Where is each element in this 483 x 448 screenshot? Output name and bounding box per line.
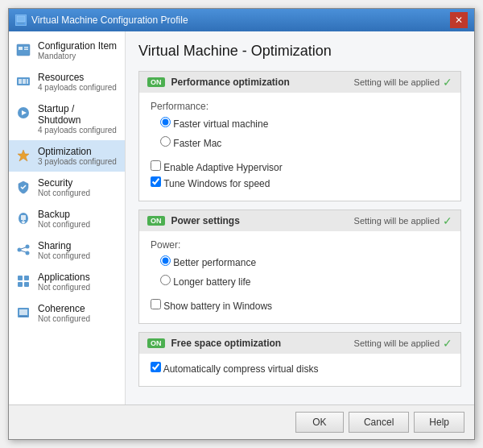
svg-line-19	[21, 251, 26, 252]
sidebar-label-resources: Resources	[38, 72, 117, 83]
radio-input-performance-optimization-1[interactable]	[160, 136, 171, 147]
window-icon	[15, 15, 27, 26]
checkbox-item-performance-optimization-1[interactable]: Tune Windows for speed	[151, 176, 449, 189]
sidebar-item-security[interactable]: Security Not configured	[9, 172, 125, 203]
footer: OK Cancel Help	[9, 404, 474, 439]
sidebar-item-applications[interactable]: Applications Not configured	[9, 266, 125, 297]
sidebar-sublabel-applications: Not configured	[38, 283, 90, 292]
titlebar-left: Virtual Machine Configuration Profile	[15, 15, 188, 26]
check-icon-free-space-optimization: ✓	[443, 337, 452, 350]
sidebar-label-security: Security	[38, 177, 90, 189]
sidebar-icon-resources	[15, 73, 31, 89]
sidebar-text-configuration-item: Configuration Item Mandatory	[38, 40, 117, 60]
sidebar-icon-startup-shutdown	[15, 105, 31, 121]
sidebar-text-applications: Applications Not configured	[38, 272, 90, 292]
checkbox-item-power-settings-0[interactable]: Show battery in Windows	[151, 299, 449, 312]
checkbox-label-performance-optimization-1: Tune Windows for speed	[163, 178, 270, 189]
radio-item-performance-optimization-1[interactable]: Faster Mac	[160, 136, 449, 149]
sidebar-sublabel-configuration-item: Mandatory	[38, 52, 117, 60]
sidebar-sublabel-sharing: Not configured	[38, 251, 90, 260]
sidebar-item-resources[interactable]: Resources 4 payloads configured	[9, 66, 125, 97]
section-title-performance-optimization: Performance optimization	[171, 77, 348, 88]
svg-rect-20	[18, 276, 23, 280]
svg-point-17	[26, 251, 30, 255]
svg-rect-23	[24, 282, 29, 287]
svg-rect-26	[19, 316, 27, 317]
sidebar-label-applications: Applications	[38, 272, 90, 283]
checkbox-input-power-settings-0[interactable]	[151, 299, 161, 309]
sidebar-item-backup[interactable]: Backup Not configured	[9, 203, 125, 234]
sidebar-icon-coherence	[15, 305, 31, 321]
on-badge-power-settings: ON	[147, 216, 165, 226]
sidebar-text-coherence: Coherence Not configured	[38, 303, 90, 323]
sidebar-icon-security	[15, 179, 31, 195]
cancel-button[interactable]: Cancel	[349, 412, 409, 433]
sidebar-item-startup-shutdown[interactable]: Startup / Shutdown 4 payloads configured	[9, 97, 125, 140]
radio-label-performance-optimization-1: Faster Mac	[173, 138, 221, 149]
sidebar-label-startup-shutdown: Startup / Shutdown	[38, 103, 118, 126]
checkbox-input-performance-optimization-1[interactable]	[151, 176, 161, 187]
sidebar-icon-sharing	[15, 242, 31, 258]
ok-button[interactable]: OK	[295, 412, 344, 433]
svg-rect-7	[19, 79, 22, 84]
content-area: Virtual Machine - Optimization ON Perfor…	[126, 31, 474, 404]
radio-item-power-settings-1[interactable]: Longer battery life	[160, 275, 449, 288]
sidebar-text-backup: Backup Not configured	[38, 209, 90, 229]
sidebar-item-coherence[interactable]: Coherence Not configured	[9, 297, 125, 329]
sidebar: Configuration Item Mandatory Resources 4…	[9, 31, 126, 404]
help-button[interactable]: Help	[414, 412, 464, 433]
sidebar-label-backup: Backup	[38, 209, 90, 220]
sidebar-sublabel-startup-shutdown: 4 payloads configured	[38, 126, 118, 135]
svg-rect-22	[18, 282, 23, 287]
svg-rect-5	[24, 49, 28, 51]
sidebar-text-security: Security Not configured	[38, 177, 90, 197]
section-header-power-settings: ON Power settings Setting will be applie…	[139, 210, 460, 231]
checkbox-item-free-space-optimization-0[interactable]: Automatically compress virtual disks	[151, 362, 449, 375]
checkbox-input-performance-optimization-0[interactable]	[151, 160, 161, 171]
radio-label-power-settings-1: Longer battery life	[173, 276, 250, 288]
radio-label-power-settings-0: Better performance	[173, 257, 256, 268]
radio-item-performance-optimization-0[interactable]: Faster virtual machine	[160, 117, 449, 130]
main-content: Configuration Item Mandatory Resources 4…	[9, 31, 474, 404]
sections-container: ON Performance optimization Setting will…	[138, 71, 461, 387]
radio-item-power-settings-0[interactable]: Better performance	[160, 255, 449, 268]
window-title: Virtual Machine Configuration Profile	[31, 15, 188, 26]
close-button[interactable]: ✕	[450, 12, 468, 28]
page-title: Virtual Machine - Optimization	[138, 43, 461, 60]
svg-rect-0	[17, 16, 25, 22]
section-free-space-optimization: ON Free space optimization Setting will …	[138, 332, 461, 387]
svg-rect-21	[24, 276, 29, 280]
radio-group-performance-optimization: Faster virtual machine Faster Mac	[160, 117, 449, 152]
section-header-performance-optimization: ON Performance optimization Setting will…	[139, 72, 460, 93]
sidebar-icon-backup	[15, 210, 31, 226]
radio-group-power-settings: Better performance Longer battery life	[160, 255, 449, 291]
svg-rect-3	[19, 47, 23, 50]
svg-line-18	[21, 247, 26, 249]
radio-input-power-settings-1[interactable]	[160, 275, 171, 285]
checkbox-label-free-space-optimization-0: Automatically compress virtual disks	[163, 363, 319, 375]
sidebar-icon-applications	[15, 273, 31, 289]
titlebar: Virtual Machine Configuration Profile ✕	[9, 9, 474, 31]
section-title-power-settings: Power settings	[171, 215, 348, 226]
sidebar-text-startup-shutdown: Startup / Shutdown 4 payloads configured	[38, 103, 118, 135]
section-body-power-settings: Power: Better performance Longer battery…	[139, 231, 460, 323]
checkbox-label-power-settings-0: Show battery in Windows	[163, 301, 272, 312]
sidebar-text-sharing: Sharing Not configured	[38, 240, 90, 260]
svg-point-15	[18, 248, 22, 252]
sidebar-sublabel-resources: 4 payloads configured	[38, 83, 117, 92]
svg-rect-4	[24, 47, 28, 48]
checkbox-label-performance-optimization-0: Enable Adaptive Hypervisor	[163, 162, 282, 173]
section-header-free-space-optimization: ON Free space optimization Setting will …	[139, 333, 460, 354]
sidebar-item-configuration-item[interactable]: Configuration Item Mandatory	[9, 35, 125, 66]
radio-input-performance-optimization-0[interactable]	[160, 117, 171, 127]
sidebar-item-sharing[interactable]: Sharing Not configured	[9, 234, 125, 266]
sidebar-text-optimization: Optimization 3 payloads configured	[38, 146, 117, 166]
section-status-power-settings: Setting will be applied ✓	[354, 214, 452, 227]
radio-input-power-settings-0[interactable]	[160, 255, 171, 266]
checkbox-input-free-space-optimization-0[interactable]	[151, 362, 161, 372]
checkbox-item-performance-optimization-0[interactable]: Enable Adaptive Hypervisor	[151, 160, 449, 173]
section-performance-optimization: ON Performance optimization Setting will…	[138, 71, 461, 201]
svg-rect-13	[21, 215, 26, 220]
performance-label-power-settings: Power:	[151, 239, 449, 251]
sidebar-item-optimization[interactable]: Optimization 3 payloads configured	[9, 140, 125, 172]
